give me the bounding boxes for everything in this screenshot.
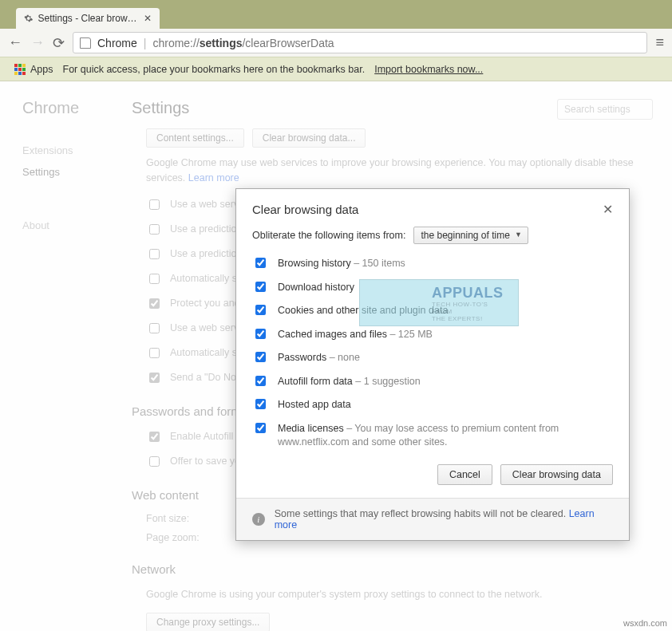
- close-tab-icon[interactable]: ✕: [144, 13, 152, 24]
- tab-title: Settings - Clear browsing d...: [38, 13, 140, 24]
- omnibox-url: chrome://settings/clearBrowserData: [152, 37, 334, 49]
- dialog-item-sub: – none: [330, 352, 360, 363]
- dialog-item-row: Cookies and other site and plugin data: [252, 304, 613, 318]
- bookmarks-hint: For quick access, place your bookmarks h…: [63, 64, 366, 75]
- dialog-item-row: Browsing history – 150 items: [252, 257, 613, 271]
- clear-browsing-data-dialog: Clear browsing data ✕ Obliterate the fol…: [235, 188, 630, 541]
- apps-shortcut[interactable]: Apps: [14, 64, 53, 75]
- dialog-item-label: Passwords: [278, 352, 326, 363]
- dialog-footer-text: Some settings that may reflect browsing …: [275, 508, 566, 519]
- dialog-item-label: Browsing history: [278, 258, 351, 269]
- dialog-item-checkbox-7[interactable]: [255, 423, 266, 433]
- omnibox-scheme: Chrome: [97, 37, 137, 49]
- toolbar: ← → ⟳ Chrome | chrome://settings/clearBr…: [0, 29, 672, 57]
- dialog-item-row: Download history: [252, 281, 613, 295]
- menu-button[interactable]: ≡: [655, 34, 664, 51]
- dialog-item-label: Autofill form data: [278, 376, 353, 387]
- dialog-item-row: Media licenses – You may lose access to …: [252, 422, 613, 450]
- dialog-close-icon[interactable]: ✕: [603, 202, 613, 217]
- clear-browsing-data-confirm-button[interactable]: Clear browsing data: [500, 464, 613, 485]
- gear-icon: [24, 13, 34, 24]
- info-icon: i: [252, 513, 265, 526]
- dialog-item-label: Cached images and files: [278, 329, 387, 340]
- dialog-item-checkbox-3[interactable]: [255, 329, 266, 339]
- dialog-item-label: Media licenses: [278, 423, 344, 434]
- dialog-item-checkbox-4[interactable]: [255, 352, 266, 362]
- dialog-item-sub: – 125 MB: [389, 329, 433, 340]
- bookmarks-bar: Apps For quick access, place your bookma…: [0, 57, 672, 81]
- obliterate-label: Obliterate the following items from:: [252, 230, 405, 241]
- omnibox[interactable]: Chrome | chrome://settings/clearBrowserD…: [73, 32, 647, 53]
- reload-button[interactable]: ⟳: [53, 34, 65, 52]
- dialog-item-sub: – 150 items: [354, 258, 405, 269]
- dialog-item-sub: – 1 suggestion: [355, 376, 420, 387]
- tab-bar: Settings - Clear browsing d... ✕: [0, 0, 672, 29]
- dialog-item-row: Passwords – none: [252, 351, 613, 365]
- back-button[interactable]: ←: [8, 34, 22, 51]
- forward-button: →: [30, 34, 45, 51]
- dialog-item-checkbox-1[interactable]: [255, 282, 266, 292]
- dialog-item-checkbox-2[interactable]: [255, 305, 266, 315]
- dialog-item-label: Download history: [278, 282, 354, 293]
- dialog-item-checkbox-0[interactable]: [255, 258, 266, 268]
- dialog-item-row: Autofill form data – 1 suggestion: [252, 375, 613, 389]
- cancel-button[interactable]: Cancel: [437, 464, 492, 485]
- apps-icon: [14, 64, 26, 75]
- browser-tab[interactable]: Settings - Clear browsing d... ✕: [16, 8, 160, 29]
- dialog-item-row: Cached images and files – 125 MB: [252, 328, 613, 342]
- dialog-title: Clear browsing data: [252, 203, 603, 216]
- dialog-item-checkbox-6[interactable]: [255, 399, 266, 409]
- watermark-text: wsxdn.com: [623, 618, 667, 628]
- dialog-item-row: Hosted app data: [252, 398, 613, 412]
- page-icon: [80, 37, 91, 49]
- dialog-item-label: Hosted app data: [278, 399, 351, 410]
- import-bookmarks-link[interactable]: Import bookmarks now...: [374, 64, 483, 75]
- dialog-item-label: Cookies and other site and plugin data: [278, 305, 448, 316]
- dialog-item-checkbox-5[interactable]: [255, 376, 266, 386]
- time-range-select[interactable]: the beginning of time: [413, 227, 528, 244]
